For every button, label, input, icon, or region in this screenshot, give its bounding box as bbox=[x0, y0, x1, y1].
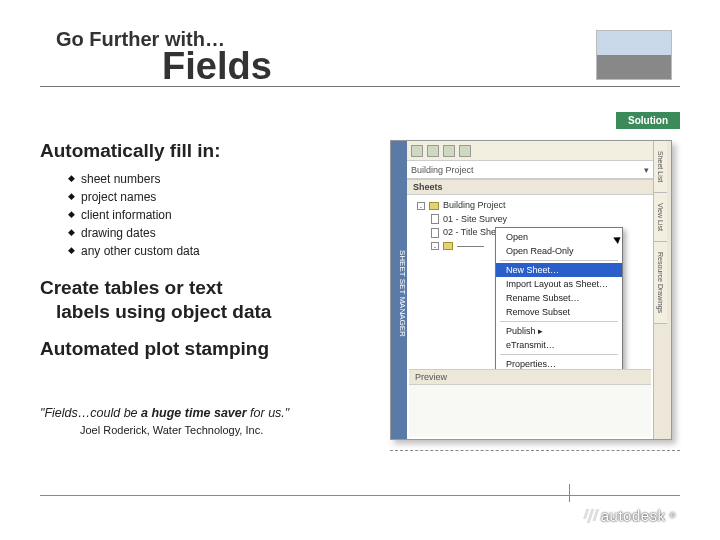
panel-title-strip: SHEET SET MANAGER bbox=[391, 141, 407, 439]
sheet-icon bbox=[431, 228, 439, 238]
collapse-icon[interactable]: - bbox=[417, 202, 425, 210]
vtab-resource-drawings[interactable]: Resource Drawings bbox=[654, 242, 667, 324]
autodesk-logo-text: autodesk bbox=[601, 507, 666, 524]
quote-text: "Fields…could be a huge time saver for u… bbox=[40, 406, 380, 420]
heading-plot-stamping: Automated plot stamping bbox=[40, 338, 380, 360]
footer-tick-mark bbox=[569, 484, 570, 502]
ctx-remove-subset[interactable]: Remove Subset bbox=[496, 305, 622, 319]
vtab-view-list[interactable]: View List bbox=[654, 193, 667, 242]
heading-tables-line1: Create tables or text bbox=[40, 277, 223, 298]
slide-header: Go Further with… Fields bbox=[56, 28, 272, 88]
ctx-separator bbox=[500, 321, 618, 322]
quote-bold: a huge time saver bbox=[141, 406, 247, 420]
ctx-separator bbox=[500, 354, 618, 355]
bullet-item: drawing dates bbox=[68, 224, 380, 242]
heading-fill-in: Automatically fill in: bbox=[40, 140, 380, 162]
heading-tables-line2: labels using object data bbox=[40, 300, 380, 324]
registered-mark: ® bbox=[670, 511, 676, 520]
panel-vertical-tabs: Sheet List View List Resource Drawings bbox=[653, 141, 671, 439]
section-label-sheets: Sheets bbox=[407, 179, 653, 195]
heading-tables: Create tables or text labels using objec… bbox=[40, 276, 380, 324]
ctx-publish[interactable]: Publish ▸ bbox=[496, 324, 622, 338]
preview-label: Preview bbox=[409, 369, 651, 385]
ctx-new-sheet[interactable]: New Sheet… bbox=[496, 263, 622, 277]
content-left-column: Automatically fill in: sheet numbers pro… bbox=[40, 140, 380, 360]
project-name: Building Project bbox=[411, 165, 474, 175]
folder-icon bbox=[429, 202, 439, 210]
autodesk-logo: autodesk® bbox=[584, 507, 676, 524]
toolbar-icon[interactable] bbox=[411, 145, 423, 157]
ctx-open-readonly[interactable]: Open Read-Only bbox=[496, 244, 622, 258]
vtab-sheet-list[interactable]: Sheet List bbox=[654, 141, 667, 193]
collapse-icon[interactable]: - bbox=[431, 242, 439, 250]
bullet-item: client information bbox=[68, 206, 380, 224]
toolbar-icon[interactable] bbox=[443, 145, 455, 157]
chevron-down-icon: ▾ bbox=[644, 165, 649, 175]
tree-subset-label: ——— bbox=[457, 240, 484, 254]
solution-tab: Solution bbox=[616, 112, 680, 129]
ctx-separator bbox=[500, 260, 618, 261]
autodesk-logo-icon bbox=[581, 509, 599, 523]
bullet-item: project names bbox=[68, 188, 380, 206]
context-menu: Open Open Read-Only New Sheet… Import La… bbox=[495, 227, 623, 374]
footer-divider bbox=[40, 495, 680, 496]
quote-block: "Fields…could be a huge time saver for u… bbox=[40, 406, 380, 436]
header-divider bbox=[40, 86, 680, 87]
panel-toolbar bbox=[407, 141, 653, 161]
quote-prefix: "Fields…could be bbox=[40, 406, 141, 420]
project-selector[interactable]: Building Project ▾ bbox=[407, 161, 653, 179]
bullet-list: sheet numbers project names client infor… bbox=[68, 170, 380, 260]
toolbar-icon[interactable] bbox=[459, 145, 471, 157]
ctx-etransmit[interactable]: eTransmit… bbox=[496, 338, 622, 352]
folder-icon bbox=[443, 242, 453, 250]
ctx-import-layout[interactable]: Import Layout as Sheet… bbox=[496, 277, 622, 291]
bullet-item: sheet numbers bbox=[68, 170, 380, 188]
toolbar-icon[interactable] bbox=[427, 145, 439, 157]
quote-suffix: for us." bbox=[247, 406, 290, 420]
bullet-item: any other custom data bbox=[68, 242, 380, 260]
header-decorative-image bbox=[596, 30, 672, 80]
dashed-divider bbox=[390, 450, 680, 451]
sheet-icon bbox=[431, 214, 439, 224]
slide-title: Fields bbox=[162, 45, 272, 88]
preview-area bbox=[409, 385, 651, 437]
tree-item-label: 01 - Site Survey bbox=[443, 213, 507, 227]
tree-root[interactable]: -Building Project bbox=[417, 199, 649, 213]
tree-root-label: Building Project bbox=[443, 199, 506, 213]
quote-attribution: Joel Roderick, Water Technology, Inc. bbox=[80, 424, 380, 436]
sheet-set-manager-panel: × SHEET SET MANAGER Sheet List View List… bbox=[390, 140, 672, 440]
tree-item[interactable]: 01 - Site Survey bbox=[417, 213, 649, 227]
ctx-rename-subset[interactable]: Rename Subset… bbox=[496, 291, 622, 305]
ctx-open[interactable]: Open bbox=[496, 230, 622, 244]
